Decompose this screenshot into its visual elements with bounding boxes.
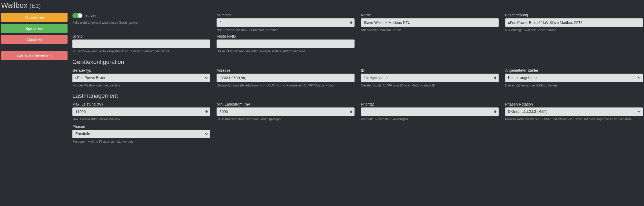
devtype-select[interactable]: cFos Power Brain <box>72 74 210 82</box>
number-help: Nur Anzeige: Wallbox- / Parkplatz-Nummer <box>217 28 354 32</box>
address-help: Geräte-Adresse (IP Addresse:Port / COM P… <box>217 83 354 88</box>
phases-label: Phasen <box>72 124 210 129</box>
address-label: Adresse <box>217 68 354 73</box>
sign-label: Schild <box>72 34 210 38</box>
maxpower-input[interactable] <box>72 107 210 116</box>
phases-select[interactable]: Ermitteln <box>72 130 210 138</box>
prio-label: Priorität <box>361 102 499 106</box>
desc-help: Nur Anzeige: Wallbox Beschreibung <box>505 28 643 32</box>
title-main: Wallbox <box>1 1 28 9</box>
cancel-button[interactable]: Abbrechen <box>1 13 68 22</box>
pinned-help: Diesen Zähler an die Wallbox heften <box>505 83 643 88</box>
phrot-label: Phasen Rotation <box>505 102 643 106</box>
activated-help: Falls nicht angehakt wird dieses Gerät i… <box>72 20 210 25</box>
pinned-select[interactable]: Keiner angeheftet <box>505 74 643 82</box>
pinned-label: Angehefteter Zähler <box>505 68 643 73</box>
prio-help: Priorität: 3=höchste, 0=niedrigste <box>361 117 499 122</box>
activated-label: aktiviert <box>85 13 98 18</box>
devtype-label: Geräte-Typ <box>72 68 210 73</box>
phrot-help: Phasen Rotation zw. WB-Zähler und Wallbo… <box>505 117 643 122</box>
mincurr-help: Bei kleinerem Strom wird das Laden gesto… <box>217 117 354 122</box>
section-load-title: Lastmanagement <box>72 92 643 99</box>
id-help: Geräte ID, z.B. OCPP plug ID oder Modbus… <box>361 83 499 88</box>
devtype-help: Typ der Wallbox oder des Zählers <box>72 83 210 88</box>
sign-input[interactable] <box>72 39 210 48</box>
rfid-input[interactable] <box>217 39 354 48</box>
activated-toggle[interactable] <box>72 13 83 18</box>
mincurr-label: Min. Ladestrom (mA) <box>217 102 354 106</box>
mincurr-input[interactable] <box>217 107 354 116</box>
name-help: Nur Anzeige: Wallbox Name <box>361 28 499 32</box>
sign-help: Nur Anzeige wenn Auto eingesteckt: z.B. … <box>72 49 210 54</box>
sidebar: Abbrechen Speichern Löschen Gerät zurück… <box>1 13 68 146</box>
maxpower-help: Max. Ladeleistung dieser Wallbox <box>72 117 210 122</box>
id-input[interactable] <box>361 74 499 82</box>
page-title: Wallbox (E1) <box>0 0 644 13</box>
rfid-label: Feste RFID <box>217 34 354 38</box>
name-input[interactable] <box>361 18 499 27</box>
rfid-help: Diese RFID verwenden solange keine ander… <box>217 49 354 54</box>
maxpower-label: Max. Leistung (W) <box>72 102 210 106</box>
id-label: ID <box>361 68 499 73</box>
desc-label: Beschreibung <box>505 13 643 17</box>
title-suffix: (E1) <box>29 2 41 9</box>
phases-help: Festlegen, welche Phasen genutzt werden <box>72 139 210 144</box>
number-input[interactable] <box>217 18 354 27</box>
reset-device-button[interactable]: Gerät zurücksetzen <box>1 51 68 60</box>
prio-input[interactable] <box>361 107 499 116</box>
phrot-select[interactable]: 0 Grad, L1,L2,L3 (RST) <box>505 107 643 116</box>
delete-button[interactable]: Löschen <box>1 35 68 44</box>
save-button[interactable]: Speichern <box>1 24 68 33</box>
desc-input[interactable] <box>505 18 643 27</box>
name-label: Name <box>361 13 499 17</box>
address-input[interactable] <box>217 74 354 82</box>
section-config-title: Gerätekonfiguration <box>72 59 643 66</box>
number-label: Nummer <box>217 13 354 17</box>
